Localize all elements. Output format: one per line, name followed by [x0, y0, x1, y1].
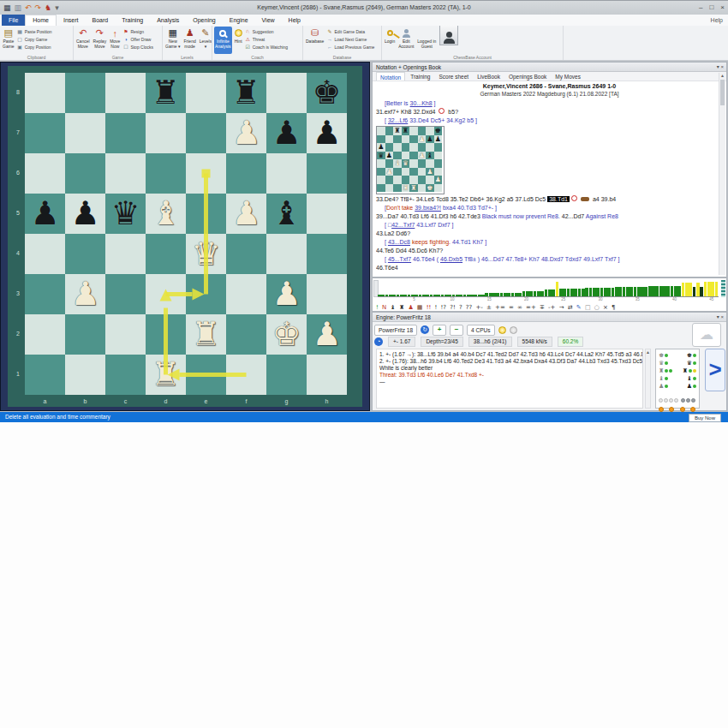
move-now-button[interactable]: ↑MoveNow — [109, 27, 121, 54]
eval-bar-halfmove-34[interactable] — [504, 293, 507, 296]
eval-bar-halfmove-71[interactable] — [641, 287, 644, 296]
load-next-button[interactable]: →Load Next Game — [326, 36, 374, 43]
square-c2[interactable] — [105, 314, 146, 355]
annotation-symbol-26[interactable]: ¶ — [612, 303, 615, 312]
eval-bar-halfmove-84[interactable] — [689, 283, 692, 296]
engine-line-3[interactable]: White is clearly better — [379, 365, 640, 372]
move-text[interactable]: b5? — [446, 109, 458, 115]
levels-button[interactable]: ✎Levels▾ — [199, 27, 212, 54]
eval-bar-halfmove-90[interactable] — [711, 282, 714, 296]
annotation-symbol-3[interactable]: ♜ — [399, 303, 404, 312]
eval-bar-halfmove-6[interactable] — [400, 295, 403, 296]
eval-bar-halfmove-61[interactable] — [604, 288, 607, 296]
move-text[interactable]: 42...Dd7 — [562, 213, 586, 219]
eval-bar-halfmove-91[interactable] — [715, 282, 719, 296]
eval-bar-halfmove-27[interactable] — [478, 295, 481, 296]
eval-bar-halfmove-53[interactable] — [574, 289, 577, 296]
white-pawn-f5[interactable]: ♟ — [226, 194, 266, 234]
move-text[interactable]: 39...Da7 40.Td3 Lf6 41.Df3 h6 42.Tde3 — [376, 213, 482, 219]
eval-bar-halfmove-4[interactable] — [392, 295, 396, 296]
eval-bar-halfmove-48[interactable] — [556, 282, 559, 296]
menu-tab-home[interactable]: Home — [25, 15, 57, 26]
engine-analysis-text[interactable]: 1. +- (1.67 →): 38...Lf6 39.b4 a4 40.b4 … — [376, 349, 643, 409]
eval-bar-halfmove-2[interactable] — [385, 295, 389, 296]
annotation-symbol-15[interactable]: = — [509, 303, 514, 312]
annotation-symbol-23[interactable]: □ — [585, 303, 591, 312]
eval-bar-halfmove-39[interactable] — [522, 291, 526, 296]
white-rook-d1[interactable]: ♜ — [146, 355, 186, 395]
current-move[interactable]: 38.Td1 — [547, 196, 570, 202]
square-a2[interactable] — [25, 314, 65, 355]
add-line-button[interactable]: + — [433, 325, 446, 336]
annotation-symbol-18[interactable]: ∓ — [540, 303, 545, 312]
square-a8[interactable] — [25, 73, 65, 113]
annotation-symbol-25[interactable]: × — [603, 303, 608, 312]
avatar-button[interactable] — [439, 27, 459, 54]
eval-bar-halfmove-82[interactable] — [682, 283, 685, 296]
black-pawn-h7[interactable]: ♟ — [307, 113, 347, 153]
resign-button[interactable]: ⚑Resign — [122, 28, 153, 35]
eval-bar-halfmove-42[interactable] — [534, 291, 537, 296]
notation-tab-notation[interactable]: Notation — [376, 72, 405, 81]
eval-bar-halfmove-76[interactable] — [659, 286, 663, 296]
eval-bar-chart[interactable] — [378, 279, 719, 297]
square-e3[interactable] — [186, 274, 226, 314]
white-pawn-f7[interactable]: ♟ — [226, 113, 266, 153]
square-a4[interactable] — [25, 234, 65, 274]
move-text[interactable]: a4 39.b4 — [591, 196, 616, 202]
white-pawn-h2[interactable]: ♟ — [307, 314, 347, 355]
annotation-symbol-0[interactable]: ! — [376, 303, 379, 312]
eval-bar-halfmove-87[interactable] — [700, 287, 703, 296]
square-h3[interactable] — [307, 274, 347, 314]
eval-bar-halfmove-62[interactable] — [607, 288, 611, 296]
eval-bar-halfmove-51[interactable] — [567, 289, 570, 296]
square-f2[interactable] — [226, 314, 266, 355]
square-g8[interactable] — [266, 73, 307, 113]
square-c6[interactable] — [105, 153, 146, 194]
square-d4[interactable] — [146, 234, 186, 274]
move-text[interactable]: 43...Dc8 — [388, 239, 410, 245]
move-text[interactable]: 31.exf7+ Kh8 32.Dxd4 — [376, 109, 437, 115]
eval-bar-halfmove-37[interactable] — [515, 293, 518, 296]
eval-bar-halfmove-81[interactable] — [677, 286, 681, 296]
eval-bar-halfmove-20[interactable] — [452, 295, 456, 296]
eval-bar-halfmove-64[interactable] — [615, 287, 618, 296]
notation-tab-openings-book[interactable]: Openings Book — [505, 72, 550, 81]
engine-line-2[interactable]: 2. +- (1.76): 38...h6 39.b4 Lf6 40.Ted2 … — [379, 358, 640, 365]
paste-position-button[interactable]: ▦Paste Position — [17, 28, 52, 35]
scrollbar-thumb[interactable] — [720, 80, 725, 105]
square-c4[interactable] — [105, 234, 146, 274]
load-prev-button[interactable]: ←Load Previous Game — [326, 44, 374, 51]
annotation-symbol-11[interactable]: ?? — [466, 303, 472, 312]
eval-bar-halfmove-16[interactable] — [437, 295, 440, 296]
square-b2[interactable] — [65, 314, 105, 355]
notation-scrollbar[interactable]: ▲ — [719, 73, 725, 275]
square-e5[interactable] — [186, 194, 226, 234]
square-e1[interactable] — [186, 355, 226, 395]
eval-bar-halfmove-57[interactable] — [589, 288, 593, 296]
bulb-off-icon[interactable] — [510, 326, 517, 334]
friend-mode-button[interactable]: ♟Friendmode — [183, 27, 197, 54]
cpus-button[interactable]: 4 CPUs — [467, 325, 494, 336]
login-button[interactable]: Login — [384, 27, 396, 54]
annotation-symbol-1[interactable]: N — [382, 303, 386, 312]
minimize-button[interactable]: – — [699, 1, 702, 15]
annotation-symbol-21[interactable]: ⇄ — [568, 303, 573, 312]
square-g1[interactable] — [266, 355, 307, 395]
eval-bar-halfmove-46[interactable] — [548, 289, 552, 296]
square-d2[interactable] — [146, 314, 186, 355]
livebook-expand-button[interactable]: > — [705, 349, 725, 391]
edit-game-data-button[interactable]: ✎Edit Game Data — [326, 28, 374, 35]
database-button[interactable]: ⛁Database — [305, 27, 325, 54]
eval-bar-halfmove-75[interactable] — [655, 286, 659, 296]
square-h5[interactable] — [307, 194, 347, 234]
black-pawn-a5[interactable]: ♟ — [25, 194, 65, 234]
eval-bar-halfmove-25[interactable] — [470, 295, 474, 296]
eval-bar-halfmove-38[interactable] — [518, 293, 522, 296]
annotation-symbol-12[interactable]: +- — [475, 303, 482, 312]
infinite-analysis-button[interactable]: InfiniteAnalysis — [214, 27, 232, 54]
square-a7[interactable] — [25, 113, 65, 153]
white-rook-e2[interactable]: ♜ — [186, 314, 226, 355]
square-b1[interactable] — [65, 355, 105, 395]
menu-tab-insert[interactable]: Insert — [57, 15, 86, 26]
